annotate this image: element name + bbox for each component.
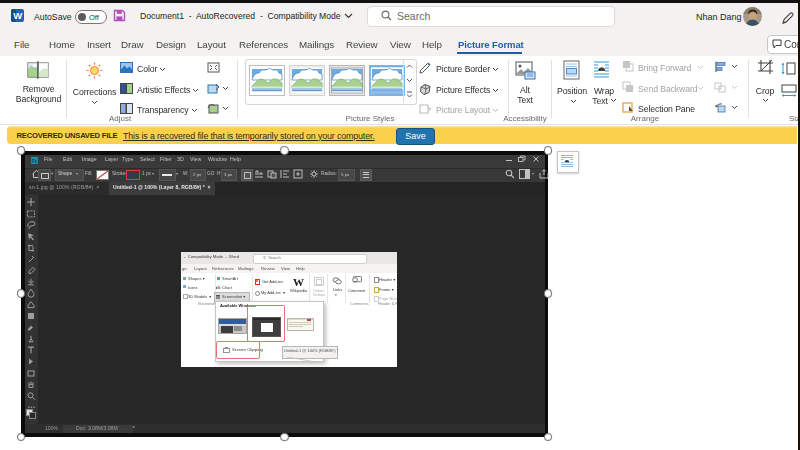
svg-text:W: W (13, 10, 22, 21)
svg-text:Ps: Ps (32, 158, 38, 163)
